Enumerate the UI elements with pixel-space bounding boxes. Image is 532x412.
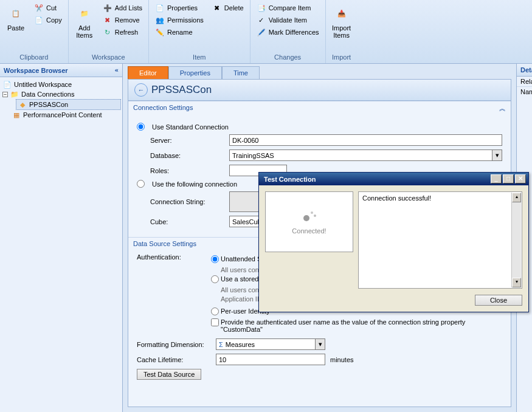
paste-button[interactable]: 📋 Paste	[4, 1, 28, 32]
compare-label: Compare Item	[269, 4, 311, 12]
cache-lifetime-label: Cache Lifetime:	[137, 356, 211, 363]
changes-group-label: Changes	[254, 52, 322, 63]
use-standard-connection-label: Use Standard Connection	[152, 123, 229, 131]
connection-settings-title: Connection Settings	[133, 104, 193, 113]
properties-button[interactable]: 📄Properties	[153, 2, 206, 13]
ribbon-group-changes: 📑Compare Item ✓Validate Item 🖊️Mark Diff…	[250, 0, 326, 63]
scroll-up-icon[interactable]: ▴	[512, 193, 521, 202]
use-following-connection-radio[interactable]	[137, 180, 145, 188]
formatting-dimension-value: Measures	[226, 341, 255, 348]
dropdown-arrow-icon: ▾	[492, 150, 502, 160]
import-items-button[interactable]: 📥 Import Items	[330, 1, 354, 39]
roles-label: Roles:	[150, 167, 224, 174]
auth-stored-radio[interactable]	[211, 275, 219, 283]
properties-label: Properties	[167, 4, 198, 12]
workspace-browser: Workspace Browser « 📄 Untitled Workspace…	[0, 64, 123, 412]
copy-icon: 📄	[34, 15, 44, 25]
tree-node-ppc-label: PerformancePoint Content	[23, 111, 102, 118]
database-label: Database:	[150, 152, 224, 159]
datasource-icon: ◆	[18, 100, 27, 109]
tab-editor[interactable]: Editor	[128, 66, 168, 79]
cut-button[interactable]: ✂️Cut	[32, 2, 64, 13]
delete-button[interactable]: ✖Delete	[210, 2, 246, 13]
tabstrip: Editor Properties Time	[123, 64, 516, 79]
paste-icon: 📋	[6, 4, 26, 23]
tree-node-ppssascon[interactable]: ◆ PPSSASCon	[16, 99, 121, 110]
tree-node-ppc[interactable]: ▦ PerformancePoint Content	[1, 110, 121, 120]
connection-string-label: Connection String:	[150, 198, 224, 205]
workspace-browser-header: Workspace Browser «	[0, 64, 122, 77]
cache-lifetime-input[interactable]	[216, 354, 325, 365]
dialog-titlebar[interactable]: Test Connection _ □ ✕	[259, 173, 528, 185]
dialog-scrollbar[interactable]: ▴ ▾	[511, 193, 521, 287]
tab-properties[interactable]: Properties	[168, 66, 222, 79]
item-group-label: Item	[153, 52, 246, 63]
ribbon-group-import: 📥 Import Items Import	[326, 0, 358, 63]
page-title: PPSSASCon	[151, 84, 212, 96]
tree-node-data-connections[interactable]: − 📁 Data Connections	[1, 89, 121, 99]
tree-toggle-icon[interactable]: −	[2, 92, 8, 97]
auth-unattended-radio[interactable]	[211, 255, 219, 263]
test-connection-dialog: Test Connection _ □ ✕ Connected! Connect…	[258, 172, 529, 312]
formatting-dimension-label: Formatting Dimension:	[137, 341, 211, 348]
validate-item-button[interactable]: ✓Validate Item	[254, 15, 322, 26]
section-collapse-icon[interactable]: ︽	[499, 104, 506, 113]
database-dropdown[interactable]: TrainingSSAS ▾	[229, 149, 502, 161]
dialog-minimize-button[interactable]: _	[491, 174, 502, 184]
mark-differences-button[interactable]: 🖊️Mark Differences	[254, 27, 322, 38]
dialog-close-action-button[interactable]: Close	[475, 295, 522, 306]
scroll-down-icon[interactable]: ▾	[512, 278, 521, 287]
add-items-button[interactable]: 📁 Add Items	[72, 1, 97, 39]
tree-node-dc-label: Data Connections	[21, 91, 74, 98]
remove-label: Remove	[115, 16, 140, 24]
validate-label: Validate Item	[269, 16, 307, 24]
validate-icon: ✓	[257, 15, 266, 25]
collapse-icon[interactable]: «	[114, 66, 119, 74]
properties-icon: 📄	[155, 3, 165, 13]
refresh-icon: ↻	[103, 27, 112, 37]
server-input[interactable]	[229, 134, 502, 146]
rename-button[interactable]: ✏️Rename	[153, 27, 206, 38]
workspace-group-label: Workspace	[72, 52, 145, 63]
compare-item-button[interactable]: 📑Compare Item	[254, 2, 322, 13]
copy-button[interactable]: 📄Copy	[32, 15, 64, 26]
workspace-icon: 📄	[2, 80, 12, 89]
tab-time[interactable]: Time	[222, 66, 260, 79]
permissions-button[interactable]: 👥Permissions	[153, 15, 206, 26]
dialog-close-button[interactable]: ✕	[515, 174, 526, 184]
delete-label: Delete	[224, 4, 244, 12]
delete-icon: ✖	[212, 3, 222, 13]
add-lists-button[interactable]: ➕Add Lists	[100, 2, 145, 13]
tree-node-workspace[interactable]: 📄 Untitled Workspace	[1, 80, 121, 89]
import-items-label: Import Items	[332, 24, 351, 39]
ribbon: 📋 Paste ✂️Cut 📄Copy Clipboard 📁 Add Item…	[0, 0, 532, 64]
rename-icon: ✏️	[155, 27, 165, 37]
refresh-button[interactable]: ↻Refresh	[100, 27, 145, 38]
back-button[interactable]: ←	[134, 83, 148, 97]
page-heading: ← PPSSASCon	[128, 79, 511, 101]
rename-label: Rename	[167, 29, 193, 36]
dialog-maximize-button[interactable]: □	[503, 174, 514, 184]
sigma-icon: Σ	[219, 341, 223, 348]
dialog-message-text: Connection successful!	[362, 194, 431, 202]
use-standard-connection-radio[interactable]	[137, 123, 145, 131]
add-lists-icon: ➕	[103, 3, 112, 13]
workspace-tree: 📄 Untitled Workspace − 📁 Data Connection…	[0, 77, 122, 122]
dialog-message-box: Connection successful! ▴ ▾	[358, 191, 522, 289]
server-label: Server:	[150, 137, 224, 144]
folder-icon: 📁	[10, 90, 19, 98]
cut-icon: ✂️	[34, 3, 44, 13]
auth-peruser-radio[interactable]	[211, 307, 219, 315]
cut-label: Cut	[46, 4, 57, 12]
dropdown-arrow-icon: ▾	[315, 339, 325, 349]
permissions-label: Permissions	[167, 16, 204, 24]
test-data-source-button[interactable]: Test Data Source	[137, 369, 201, 380]
formatting-dimension-dropdown[interactable]: ΣMeasures ▾	[216, 338, 325, 350]
customdata-checkbox[interactable]	[211, 318, 219, 326]
import-group-label: Import	[330, 52, 354, 63]
compare-icon: 📑	[257, 3, 266, 13]
dialog-status-text: Connected!	[292, 227, 326, 235]
authentication-label: Authentication:	[137, 253, 211, 261]
add-items-icon: 📁	[75, 4, 94, 23]
remove-button[interactable]: ✖Remove	[100, 15, 145, 26]
